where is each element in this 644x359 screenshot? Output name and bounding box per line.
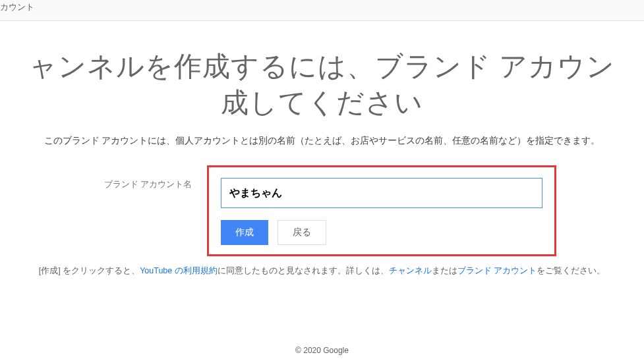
back-button[interactable]: 戻る (278, 220, 326, 245)
channel-link[interactable]: チャンネル (389, 266, 432, 275)
terms-text: [作成] をクリックすると、YouTube の利用規約に同意したものと見なされま… (0, 265, 644, 277)
create-button[interactable]: 作成 (221, 220, 268, 245)
main-content: ャンネルを作成するには、ブランド アカウン 成してください このブランド アカウ… (0, 21, 644, 277)
page-description: このブランド アカウントには、個人アカウントとは別の名前（たとえば、お店やサービ… (0, 135, 644, 147)
highlight-box: 作成 戻る (207, 165, 556, 256)
brand-account-name-label: ブランド アカウント名 (88, 165, 207, 190)
topbar-label: カウント (0, 1, 34, 13)
title-line1: ャンネルを作成するには、ブランド アカウン (0, 49, 644, 85)
title-line2: 成してください (0, 85, 644, 121)
form-area: ブランド アカウント名 作成 戻る (78, 165, 566, 256)
brand-account-link[interactable]: ブランド アカウント (457, 266, 537, 275)
terms-text-2: に同意したものと見なされます。詳しくは、 (218, 266, 389, 275)
brand-account-name-input[interactable] (221, 178, 542, 208)
terms-text-3: または (432, 266, 457, 275)
footer-copyright: © 2020 Google (0, 346, 644, 355)
top-bar: カウント (0, 0, 644, 21)
terms-text-4: をご覧ください。 (537, 266, 605, 275)
button-row: 作成 戻る (221, 220, 542, 245)
terms-text-1: [作成] をクリックすると、 (39, 266, 140, 275)
youtube-terms-link[interactable]: YouTube の利用規約 (140, 266, 218, 275)
page-title: ャンネルを作成するには、ブランド アカウン 成してください (0, 49, 644, 121)
